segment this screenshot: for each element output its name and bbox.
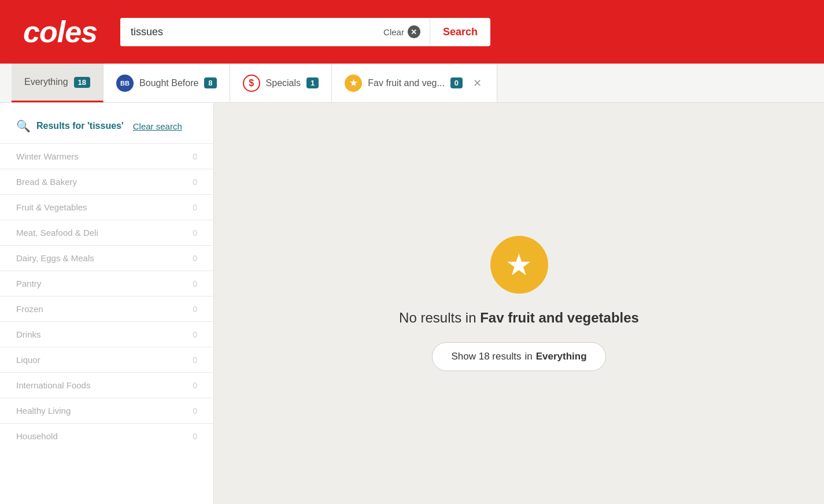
search-icon: 🔍 [16,119,31,133]
show-results-prefix: Show 18 results [451,351,521,362]
tab-bought-before-label: Bought Before [139,78,198,88]
no-results-prefix: No results in [399,310,480,325]
category-bread-bakery[interactable]: Bread & Bakery 0 [0,169,213,194]
category-household[interactable]: Household 0 [0,423,213,449]
tabs-bar: Everything 18 BB Bought Before 8 $ Speci… [0,64,824,103]
category-drinks[interactable]: Drinks 0 [0,321,213,347]
category-frozen[interactable]: Frozen 0 [0,296,213,321]
tab-specials-label: Specials [266,78,301,88]
clear-button[interactable]: Clear ✕ [374,25,430,38]
show-results-everything: Everything [536,351,587,362]
category-count: 0 [193,254,197,263]
tab-everything[interactable]: Everything 18 [12,64,104,102]
category-name: Meat, Seafood & Deli [16,228,98,238]
tab-bought-before-badge: 8 [204,77,216,88]
category-name: Bread & Bakery [16,177,77,187]
category-count: 0 [193,152,197,161]
clear-icon: ✕ [408,25,420,38]
category-count: 0 [193,228,197,238]
tab-everything-label: Everything [24,77,68,87]
category-fruit-vegetables[interactable]: Fruit & Vegetables 0 [0,194,213,220]
tab-specials-badge: 1 [306,77,319,88]
specials-icon: $ [243,75,260,92]
coles-logo: coles [23,14,97,49]
category-name: Frozen [16,304,43,314]
category-count: 0 [193,203,197,212]
results-label: Results for 'tissues' [36,121,124,131]
category-name: Liquor [16,355,40,365]
tab-fav-fruit-badge: 0 [450,77,463,88]
category-count: 0 [193,432,197,441]
clear-label: Clear [383,27,404,37]
tab-fav-fruit[interactable]: ★ Fav fruit and veg... 0 ✕ [332,64,497,102]
no-results-message: No results in Fav fruit and vegetables [399,310,639,326]
main-content: ★ No results in Fav fruit and vegetables… [214,103,824,504]
category-count: 0 [193,381,197,390]
tab-specials[interactable]: $ Specials 1 [230,64,332,102]
category-count: 0 [193,355,197,365]
category-winter-warmers[interactable]: Winter Warmers 0 [0,143,213,169]
search-input[interactable] [120,18,374,46]
category-count: 0 [193,406,197,416]
category-count: 0 [193,279,197,288]
category-count: 0 [193,177,197,187]
header: coles Clear ✕ Search [0,0,824,64]
category-meat-seafood[interactable]: Meat, Seafood & Deli 0 [0,220,213,245]
category-pantry[interactable]: Pantry 0 [0,270,213,296]
category-name: Household [16,431,58,441]
category-list: Winter Warmers 0 Bread & Bakery 0 Fruit … [0,143,213,449]
category-name: Drinks [16,329,41,339]
tab-everything-badge: 18 [74,77,90,88]
search-bar: Clear ✕ Search [120,18,490,46]
category-name: Winter Warmers [16,151,79,161]
category-liquor[interactable]: Liquor 0 [0,347,213,372]
category-international-foods[interactable]: International Foods 0 [0,372,213,398]
tab-fav-fruit-label: Fav fruit and veg... [368,78,445,88]
category-count: 0 [193,305,197,314]
content-area: 🔍 Results for 'tissues' Clear search Win… [0,103,824,504]
no-results-category: Fav fruit and vegetables [480,310,639,325]
clear-search-link[interactable]: Clear search [133,121,182,131]
search-results-header: 🔍 Results for 'tissues' Clear search [0,109,213,143]
category-name: Dairy, Eggs & Meals [16,253,94,263]
tab-fav-fruit-close[interactable]: ✕ [471,76,484,91]
sidebar: 🔍 Results for 'tissues' Clear search Win… [0,103,214,504]
category-name: International Foods [16,380,90,390]
category-name: Fruit & Vegetables [16,202,87,212]
show-results-in: in [524,351,532,362]
bought-before-icon: BB [116,75,134,92]
category-name: Healthy Living [16,406,71,416]
category-dairy-eggs[interactable]: Dairy, Eggs & Meals 0 [0,245,213,270]
search-button[interactable]: Search [430,18,490,46]
fav-fruit-icon: ★ [345,75,362,92]
tab-bought-before[interactable]: BB Bought Before 8 [104,64,230,102]
show-results-button[interactable]: Show 18 results in Everything [432,342,605,371]
category-name: Pantry [16,279,41,288]
category-healthy-living[interactable]: Healthy Living 0 [0,398,213,423]
no-results-panel: ★ No results in Fav fruit and vegetables… [376,201,662,406]
fav-fruit-large-icon: ★ [490,236,548,294]
category-count: 0 [193,330,197,339]
